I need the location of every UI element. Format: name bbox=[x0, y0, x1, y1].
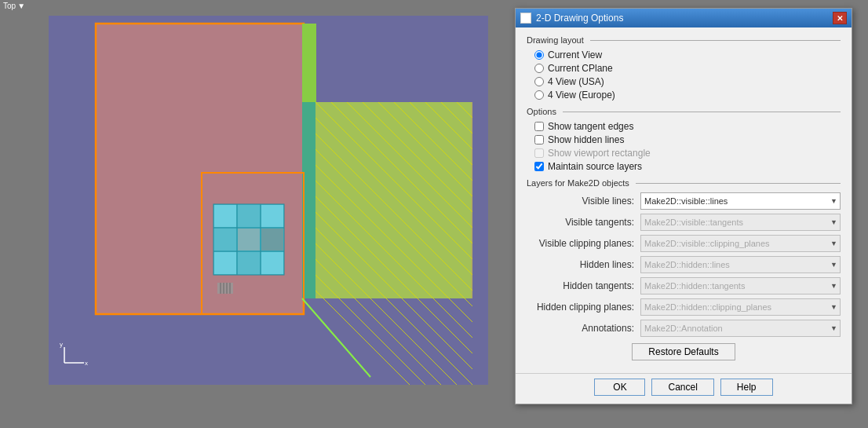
layer-select-hidden-tangents[interactable]: Make2D::hidden::tangents bbox=[640, 277, 841, 294]
radio-current-view[interactable]: Current View bbox=[534, 49, 841, 60]
dialog-title: 2-D Drawing Options bbox=[536, 13, 623, 24]
checkbox-show-tangent-label: Show tangent edges bbox=[548, 121, 633, 132]
svg-marker-4 bbox=[315, 102, 472, 298]
layer-row-visible-clipping: Visible clipping planes: Make2D::visible… bbox=[527, 235, 841, 252]
svg-rect-2 bbox=[302, 24, 316, 102]
layer-row-hidden-clipping: Hidden clipping planes: Make2D::hidden::… bbox=[527, 298, 841, 316]
svg-text:y: y bbox=[60, 341, 63, 348]
options-section-label: Options bbox=[527, 107, 841, 116]
svg-text:x: x bbox=[85, 360, 88, 367]
layer-dropdown-hidden-clipping[interactable]: Make2D::hidden::clipping_planes ▼ bbox=[640, 298, 841, 316]
layer-select-visible-lines[interactable]: Make2D::visible::lines bbox=[640, 192, 841, 210]
dialog-body: Drawing layout Current View Current CPla… bbox=[516, 27, 852, 373]
layer-select-annotations[interactable]: Make2D::Annotation bbox=[640, 320, 841, 337]
radio-4view-europe-label: 4 View (Europe) bbox=[548, 90, 615, 101]
checkbox-show-hidden-lines[interactable]: Show hidden lines bbox=[534, 134, 841, 145]
checkbox-maintain-layers-label: Maintain source layers bbox=[548, 161, 642, 172]
layer-select-visible-tangents[interactable]: Make2D::visible::tangents bbox=[640, 214, 841, 231]
svg-rect-41 bbox=[238, 252, 260, 274]
svg-line-48 bbox=[302, 298, 370, 377]
ok-button[interactable]: OK bbox=[594, 379, 645, 396]
checkbox-show-viewport-rect[interactable]: Show viewport rectangle bbox=[534, 148, 841, 159]
viewport-label: Top ▼ bbox=[0, 0, 28, 12]
dialog-titlebar: 2-D Drawing Options ✕ bbox=[516, 9, 852, 27]
layer-label-hidden-lines: Hidden lines: bbox=[527, 259, 640, 270]
checkbox-maintain-layers[interactable]: Maintain source layers bbox=[534, 161, 841, 172]
svg-rect-35 bbox=[238, 205, 260, 227]
drawing-layout-options: Current View Current CPlane 4 View (USA)… bbox=[534, 49, 841, 101]
layer-label-annotations: Annotations: bbox=[527, 323, 640, 334]
svg-rect-39 bbox=[261, 229, 283, 251]
options-section: Options Show tangent edges Show hidden l… bbox=[527, 107, 841, 172]
svg-rect-38 bbox=[238, 229, 260, 251]
layer-dropdown-visible-lines[interactable]: Make2D::visible::lines ▼ bbox=[640, 192, 841, 210]
svg-rect-43 bbox=[217, 283, 233, 294]
checkbox-show-viewport-label: Show viewport rectangle bbox=[548, 148, 651, 159]
layer-dropdown-hidden-tangents[interactable]: Make2D::hidden::tangents ▼ bbox=[640, 277, 841, 294]
radio-4view-usa[interactable]: 4 View (USA) bbox=[534, 76, 841, 87]
svg-rect-34 bbox=[214, 205, 236, 227]
layer-row-visible-tangents: Visible tangents: Make2D::visible::tange… bbox=[527, 214, 841, 231]
svg-rect-40 bbox=[214, 252, 236, 274]
layer-label-visible-tangents: Visible tangents: bbox=[527, 217, 640, 228]
layer-row-hidden-lines: Hidden lines: Make2D::hidden::lines ▼ bbox=[527, 256, 841, 273]
layer-select-hidden-clipping[interactable]: Make2D::hidden::clipping_planes bbox=[640, 298, 841, 316]
drawing-layout-section-label: Drawing layout bbox=[527, 35, 841, 45]
radio-4view-europe[interactable]: 4 View (Europe) bbox=[534, 90, 841, 101]
layer-select-hidden-lines[interactable]: Make2D::hidden::lines bbox=[640, 256, 841, 273]
dialog-title-left: 2-D Drawing Options bbox=[520, 13, 623, 24]
layer-row-visible-lines: Visible lines: Make2D::visible::lines ▼ bbox=[527, 192, 841, 210]
help-button[interactable]: Help bbox=[720, 379, 773, 396]
layers-section: Layers for Make2D objects Visible lines:… bbox=[527, 178, 841, 337]
svg-rect-42 bbox=[261, 252, 283, 274]
layer-label-hidden-tangents: Hidden tangents: bbox=[527, 280, 640, 291]
radio-current-cplane[interactable]: Current CPlane bbox=[534, 63, 841, 74]
checkbox-show-hidden-label: Show hidden lines bbox=[548, 134, 624, 145]
layer-dropdown-annotations[interactable]: Make2D::Annotation ▼ bbox=[640, 320, 841, 337]
dialog-icon bbox=[520, 13, 531, 24]
layer-row-hidden-tangents: Hidden tangents: Make2D::hidden::tangent… bbox=[527, 277, 841, 294]
layer-dropdown-visible-tangents[interactable]: Make2D::visible::tangents ▼ bbox=[640, 214, 841, 231]
layers-section-label: Layers for Make2D objects bbox=[527, 178, 841, 188]
svg-rect-37 bbox=[214, 229, 236, 251]
radio-current-view-label: Current View bbox=[548, 49, 602, 60]
viewport-label-text: Top bbox=[3, 2, 16, 10]
layer-label-visible-clipping: Visible clipping planes: bbox=[527, 238, 640, 249]
viewport-dropdown-arrow[interactable]: ▼ bbox=[17, 2, 25, 10]
layer-label-hidden-clipping: Hidden clipping planes: bbox=[527, 302, 640, 313]
dialog-footer: OK Cancel Help bbox=[516, 373, 852, 404]
radio-4view-usa-label: 4 View (USA) bbox=[548, 76, 604, 87]
dialog-2d-drawing-options: 2-D Drawing Options ✕ Drawing layout Cur… bbox=[515, 8, 852, 404]
radio-current-cplane-label: Current CPlane bbox=[548, 63, 613, 74]
viewport: x y bbox=[49, 16, 488, 385]
layer-select-visible-clipping[interactable]: Make2D::visible::clipping_planes bbox=[640, 235, 841, 252]
layer-dropdown-visible-clipping[interactable]: Make2D::visible::clipping_planes ▼ bbox=[640, 235, 841, 252]
layer-row-annotations: Annotations: Make2D::Annotation ▼ bbox=[527, 320, 841, 337]
restore-defaults-button[interactable]: Restore Defaults bbox=[632, 343, 735, 360]
layer-dropdown-hidden-lines[interactable]: Make2D::hidden::lines ▼ bbox=[640, 256, 841, 273]
cancel-button[interactable]: Cancel bbox=[651, 379, 713, 396]
checkbox-show-tangent-edges[interactable]: Show tangent edges bbox=[534, 121, 841, 132]
dialog-close-button[interactable]: ✕ bbox=[833, 12, 847, 24]
svg-rect-36 bbox=[261, 205, 283, 227]
layer-label-visible-lines: Visible lines: bbox=[527, 196, 640, 207]
